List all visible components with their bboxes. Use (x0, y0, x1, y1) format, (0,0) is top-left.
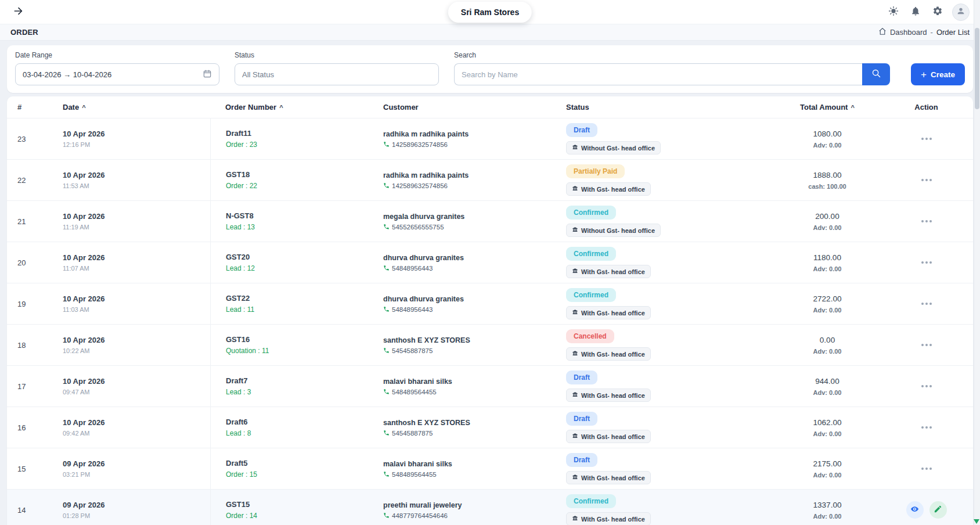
cell-serial: 16 (7, 423, 44, 432)
cell-date: 10 Apr 2026 09:47 AM (44, 377, 210, 395)
cell-action (880, 215, 973, 227)
cell-order-number: GST15 Order : 14 (210, 490, 379, 525)
order-date: 10 Apr 2026 (63, 418, 210, 427)
cell-amount: 200.00 Adv: 0.00 (775, 212, 880, 231)
cell-action (880, 463, 973, 474)
search-label: Search (454, 51, 890, 59)
date-range-input[interactable]: 03-04-2026 → 10-04-2026 (15, 63, 219, 85)
status-filter-label: Status (235, 51, 439, 59)
order-reference: Lead : 8 (226, 429, 379, 437)
table-body: 23 10 Apr 2026 12:16 PM Draft11 Order : … (7, 118, 973, 525)
advance-amount: Adv: 0.00 (775, 224, 880, 231)
column-header-customer: Customer (379, 103, 563, 112)
edit-order-button[interactable] (929, 501, 947, 519)
search-input[interactable] (454, 63, 862, 85)
phone-icon (383, 306, 390, 312)
order-reference: Lead : 11 (226, 305, 379, 314)
notifications-button[interactable] (908, 3, 923, 20)
gst-office-label: With Gst- head office (581, 474, 645, 481)
gst-office-badge: With Gst- head office (566, 306, 651, 319)
cell-order-number: N-GST8 Lead : 13 (210, 201, 379, 242)
page-title: ORDER (10, 28, 38, 37)
row-menu-button[interactable] (917, 133, 936, 145)
cell-amount: 944.00 Adv: 0.00 (775, 377, 880, 396)
page-scrollbar[interactable] (974, 0, 980, 525)
cell-customer: megala dhurva granites 54552656555755 (379, 213, 563, 231)
cell-amount: 2175.00 Adv: 0.00 (775, 459, 880, 479)
row-menu-button[interactable] (917, 463, 936, 474)
cell-customer: radhika m radhika paints 142589632574856 (379, 171, 563, 189)
order-time: 11:07 AM (63, 265, 210, 272)
cell-amount: 1062.00 Adv: 0.00 (775, 418, 880, 437)
order-reference: Lead : 13 (226, 223, 379, 231)
cell-serial: 15 (7, 465, 44, 473)
status-badge: Confirmed (566, 247, 616, 261)
phone-icon (383, 265, 390, 271)
cell-serial: 23 (7, 135, 44, 143)
advance-amount: Adv: 0.00 (775, 307, 880, 314)
store-title: Sri Ram Stores (448, 2, 532, 23)
column-header-amount[interactable]: Total Amount^ (775, 103, 880, 112)
gst-office-badge: With Gst- head office (566, 512, 651, 525)
customer-name: radhika m radhika paints (383, 171, 563, 179)
order-time: 09:47 AM (63, 389, 210, 395)
office-icon (572, 226, 578, 234)
arrow-right-icon (13, 5, 24, 19)
table-row: 18 10 Apr 2026 10:22 AM GST16 Quotation … (7, 325, 973, 366)
table-row: 16 10 Apr 2026 09:42 AM Draft6 Lead : 8 … (7, 407, 973, 448)
search-button[interactable] (862, 63, 890, 85)
customer-phone: 448779764454646 (392, 512, 448, 519)
status-filter-select[interactable]: All Status (235, 63, 439, 85)
column-header-status: Status (563, 103, 775, 112)
column-header-order-number[interactable]: Order Number^ (210, 103, 379, 112)
phone-icon (383, 430, 390, 436)
customer-name: santhosh E XYZ STORES (383, 336, 563, 344)
phone-icon (383, 347, 390, 354)
order-time: 01:28 PM (63, 512, 210, 519)
create-button-label: Create (931, 70, 955, 79)
gst-office-label: With Gst- head office (581, 186, 645, 193)
row-menu-button[interactable] (917, 380, 936, 392)
sort-asc-icon: ^ (851, 104, 854, 111)
create-order-button[interactable]: + Create (911, 63, 965, 85)
office-icon (572, 144, 578, 152)
cell-order-number: GST22 Lead : 11 (210, 283, 379, 324)
cell-action (880, 174, 973, 186)
column-header-amount-label: Total Amount (800, 103, 848, 112)
cell-order-number: Draft7 Lead : 3 (210, 366, 379, 407)
view-order-button[interactable] (906, 501, 924, 519)
row-menu-button[interactable] (917, 215, 936, 227)
profile-button[interactable] (952, 3, 970, 21)
cell-date: 10 Apr 2026 11:03 AM (44, 294, 210, 313)
cell-serial: 18 (7, 341, 44, 350)
row-menu-button[interactable] (917, 174, 936, 186)
settings-button[interactable] (930, 3, 945, 20)
row-menu-button[interactable] (917, 257, 936, 268)
sidebar-toggle-button[interactable] (10, 3, 27, 21)
cell-serial: 20 (7, 258, 44, 267)
plus-icon: + (921, 70, 927, 80)
theme-toggle-button[interactable] (886, 3, 901, 20)
scrollbar-thumb[interactable] (975, 28, 979, 109)
row-menu-button[interactable] (917, 339, 936, 351)
breadcrumb-dashboard[interactable]: Dashboard (890, 28, 927, 37)
table-row: 17 10 Apr 2026 09:47 AM Draft7 Lead : 3 … (7, 366, 973, 407)
gst-office-badge: With Gst- head office (566, 389, 651, 402)
office-icon (572, 474, 578, 481)
office-icon (572, 185, 578, 193)
sort-asc-icon: ^ (279, 104, 283, 111)
row-menu-button[interactable] (917, 422, 936, 433)
cell-status: Draft Without Gst- head office (563, 123, 775, 154)
total-amount: 0.00 (775, 336, 880, 344)
order-reference: Order : 14 (226, 512, 379, 520)
order-number: GST15 (226, 500, 379, 509)
phone-icon (383, 389, 390, 395)
sort-asc-icon: ^ (82, 104, 85, 111)
gst-office-label: With Gst- head office (581, 392, 645, 399)
order-date: 10 Apr 2026 (63, 253, 210, 262)
order-date: 09 Apr 2026 (63, 501, 210, 509)
row-menu-button[interactable] (917, 298, 936, 310)
column-header-date[interactable]: Date^ (44, 103, 210, 112)
table-row: 19 10 Apr 2026 11:03 AM GST22 Lead : 11 … (7, 283, 973, 325)
status-badge: Confirmed (566, 494, 616, 508)
